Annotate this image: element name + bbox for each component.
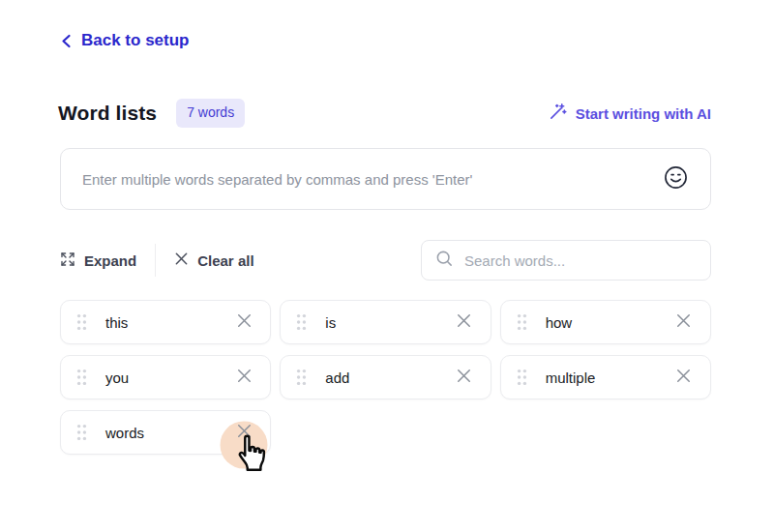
word-chips-grid: this is — [60, 300, 711, 455]
word-chip: this — [60, 300, 271, 344]
remove-word-button[interactable] — [454, 367, 475, 388]
drag-handle-icon[interactable] — [76, 313, 87, 331]
clear-all-x-icon — [174, 251, 189, 269]
word-chip-label: you — [105, 369, 233, 386]
expand-icon — [60, 251, 75, 270]
remove-word-button[interactable] — [454, 311, 475, 333]
word-chip: add — [280, 355, 491, 399]
clear-all-label: Clear all — [197, 252, 253, 269]
emoji-picker-button[interactable] — [663, 164, 689, 193]
toolbar: Expand Clear all — [60, 240, 711, 281]
title-row: Word lists 7 words Start writing with AI — [58, 98, 711, 129]
close-x-icon — [236, 312, 253, 332]
back-to-setup-label: Back to setup — [81, 31, 189, 50]
start-writing-ai-link[interactable]: Start writing with AI — [549, 103, 711, 124]
expand-label: Expand — [84, 252, 136, 269]
word-lists-page: Back to setup Word lists 7 words Start w… — [0, 0, 774, 532]
word-chip-label: is — [325, 314, 453, 331]
word-count-badge: 7 words — [176, 99, 245, 128]
close-x-icon — [236, 368, 253, 387]
magic-wand-icon — [549, 103, 567, 124]
word-chip: words — [60, 410, 271, 455]
clear-all-button[interactable]: Clear all — [174, 251, 253, 269]
back-to-setup-link[interactable]: Back to setup — [60, 31, 189, 50]
start-writing-ai-label: Start writing with AI — [576, 105, 711, 122]
word-chip-label: this — [105, 314, 233, 331]
word-chip: multiple — [500, 355, 711, 399]
drag-handle-icon[interactable] — [296, 369, 307, 386]
word-entry-container — [60, 148, 711, 210]
smiley-icon — [663, 164, 689, 193]
word-chip: is — [280, 300, 491, 344]
close-x-icon — [456, 368, 472, 387]
remove-word-button[interactable] — [673, 311, 695, 333]
word-chip: you — [60, 355, 271, 399]
word-chip: how — [500, 300, 711, 344]
page-title: Word lists — [58, 102, 157, 125]
remove-word-button[interactable] — [673, 367, 695, 388]
search-box — [421, 240, 711, 281]
word-entry-input[interactable] — [82, 171, 651, 188]
drag-handle-icon[interactable] — [76, 369, 87, 386]
close-x-icon — [456, 312, 472, 332]
drag-handle-icon[interactable] — [517, 369, 527, 386]
drag-handle-icon[interactable] — [76, 424, 87, 441]
word-chip-label: words — [105, 425, 233, 441]
word-chip-label: multiple — [546, 369, 673, 386]
drag-handle-icon[interactable] — [517, 313, 527, 331]
close-x-icon — [675, 368, 692, 387]
word-chip-label: how — [546, 314, 673, 331]
chevron-left-icon — [60, 34, 73, 48]
remove-word-button[interactable] — [233, 422, 254, 443]
search-icon — [435, 250, 454, 272]
close-x-icon — [675, 312, 692, 332]
toolbar-divider — [155, 244, 156, 277]
expand-button[interactable]: Expand — [60, 251, 136, 270]
remove-word-button[interactable] — [233, 367, 254, 388]
drag-handle-icon[interactable] — [296, 313, 307, 331]
word-chip-label: add — [325, 369, 453, 386]
remove-word-button[interactable] — [233, 311, 254, 333]
search-words-input[interactable] — [464, 252, 697, 269]
